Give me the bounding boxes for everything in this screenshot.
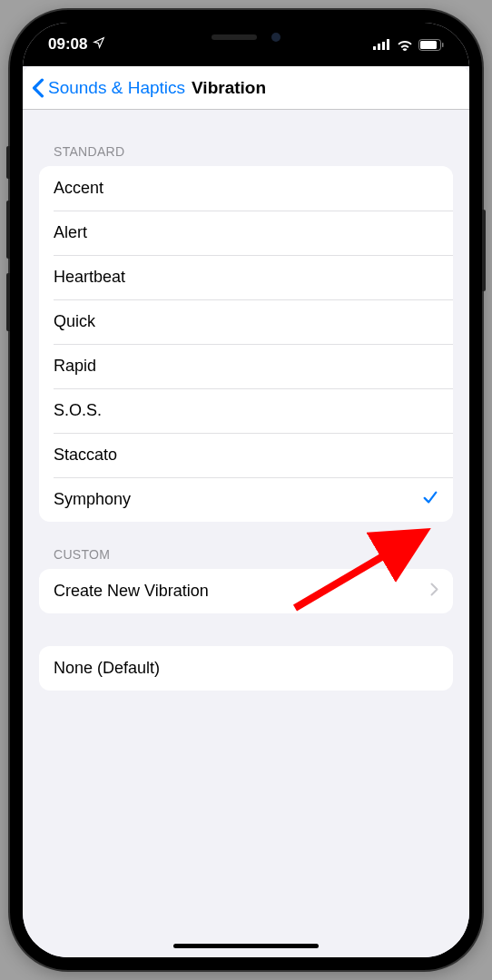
nav-bar: Sounds & Haptics Vibration [23,66,469,110]
list-item-label: Create New Vibration [54,582,209,601]
status-time: 09:08 [48,35,87,54]
create-new-vibration-button[interactable]: Create New Vibration [39,569,453,613]
vibration-option-sos[interactable]: S.O.S. [39,388,453,433]
mute-switch [6,146,10,179]
chevron-left-icon [32,78,44,98]
list-item-label: S.O.S. [54,401,102,420]
svg-rect-3 [387,39,389,50]
notch [146,23,346,52]
wifi-icon [397,39,413,51]
back-button[interactable]: Sounds & Haptics [32,78,185,98]
svg-rect-5 [420,41,437,49]
list-item-label: Rapid [54,357,96,376]
none-list: None (Default) [39,646,453,691]
cellular-signal-icon [373,39,391,50]
section-header-custom: Custom [39,522,453,569]
home-indicator[interactable] [173,944,319,948]
custom-list: Create New Vibration [39,569,453,613]
vibration-option-staccato[interactable]: Staccato [39,433,453,477]
page-title: Vibration [192,78,266,98]
list-item-label: None (Default) [54,659,160,678]
back-label: Sounds & Haptics [48,78,185,98]
list-item-label: Alert [54,223,87,242]
vibration-option-alert[interactable]: Alert [39,211,453,255]
phone-frame: 09:08 [10,10,482,970]
section-header-standard: Standard [39,110,453,166]
volume-up-button [6,201,10,259]
standard-list: Accent Alert Heartbeat Quick Rapid [39,166,453,522]
volume-down-button [6,273,10,331]
vibration-option-rapid[interactable]: Rapid [39,344,453,388]
list-item-label: Quick [54,312,95,331]
vibration-option-accent[interactable]: Accent [39,166,453,211]
screen: 09:08 [23,23,469,957]
checkmark-icon [422,489,438,510]
svg-rect-6 [442,43,444,47]
vibration-option-heartbeat[interactable]: Heartbeat [39,255,453,299]
svg-rect-0 [373,46,376,50]
vibration-option-quick[interactable]: Quick [39,299,453,344]
power-button [482,210,486,291]
settings-list: Standard Accent Alert Heartbeat Quick [23,110,469,691]
chevron-right-icon [430,582,438,601]
list-item-label: Accent [54,179,103,198]
list-item-label: Heartbeat [54,268,125,287]
list-item-label: Symphony [54,490,131,509]
location-arrow-icon [93,35,105,54]
battery-icon [418,39,444,51]
svg-rect-1 [378,44,380,50]
list-item-label: Staccato [54,446,117,465]
vibration-option-none[interactable]: None (Default) [39,646,453,691]
vibration-option-symphony[interactable]: Symphony [39,477,453,522]
svg-rect-2 [382,42,385,50]
